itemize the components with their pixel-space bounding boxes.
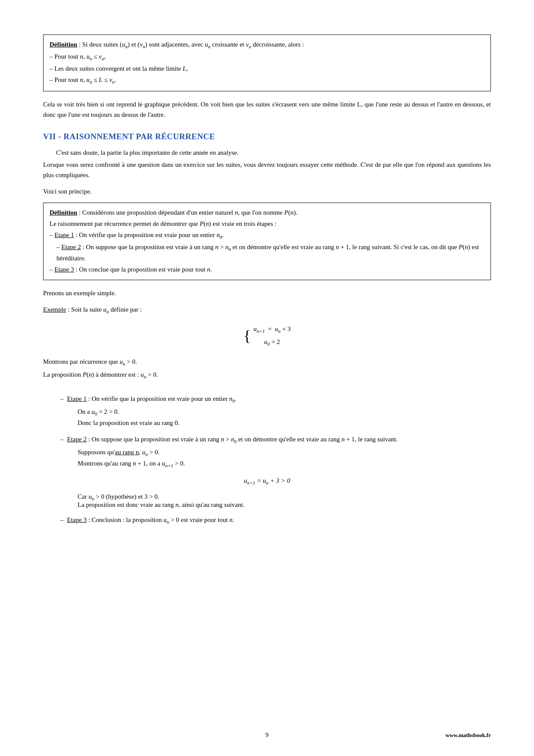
brace-left-symbol: { (244, 328, 251, 344)
step2-sub2: Montrons qu'au rang n + 1, on a un+1 > 0… (78, 458, 491, 469)
section7-title: VII - Raisonnement par récurrence (43, 132, 491, 141)
definition1-label: Définition (50, 41, 77, 48)
definition1-intro: Définition : Si deux suites (un) et (vn)… (50, 39, 484, 50)
prenons-paragraph: Prenons un exemple simple. (43, 288, 491, 298)
step1-sub2: Donc la proposition est vraie au rang 0. (78, 418, 491, 428)
step1-block: – Etape 1 : On vérifie que la propositio… (60, 394, 491, 428)
exemple-label: Exemple (43, 306, 66, 313)
page-footer: 9 www.mathsbook.fr (0, 732, 534, 739)
page: Définition : Si deux suites (un) et (vn)… (0, 0, 534, 756)
page-number: 9 (192, 732, 341, 739)
exemple-paragraph: Exemple : Soit la suite un définie par : (43, 304, 491, 316)
definition2-intro: Définition : Considérons une proposition… (50, 207, 484, 218)
brace-line-1: un+1 = un + 3 (253, 323, 290, 335)
step3-item: – Etape 3 : Conclusion : la proposition … (60, 515, 491, 526)
step2-item: – Etape 2 : On suppose que la propositio… (60, 434, 491, 445)
definition2-label: Définition (50, 209, 77, 216)
definition1-bullet3: – Pour tout n, un ≤ L ≤ vn. (50, 75, 484, 86)
step2-conclusion2: La proposition est donc vraie au rang n,… (78, 501, 491, 509)
step2-sub: Supposons qu'au rang n, un > 0. Montrons… (78, 447, 491, 469)
step2-dash: – (60, 434, 64, 445)
step1-sub1: On a u0 = 2 > 0. (78, 406, 491, 418)
step3-label: Etape 3 (67, 516, 87, 523)
math-formula: un+1 = un + 3 > 0 (244, 477, 290, 484)
brace-system: { un+1 = un + 3 u0 = 2 (244, 323, 291, 349)
step1-item: – Etape 1 : On vérifie que la propositio… (60, 394, 491, 405)
math-system-display: { un+1 = un + 3 u0 = 2 (43, 323, 491, 349)
step2-content: Etape 2 : On suppose que la proposition … (67, 434, 491, 445)
section7-para2: Lorsque vous serez confronté à une quest… (43, 159, 491, 180)
definition1-bullet1: – Pour tout n, un ≤ vn, (50, 51, 484, 62)
footer-right: www.mathsbook.fr (342, 732, 491, 739)
math-inline-display: un+1 = un + 3 > 0 (43, 477, 491, 485)
definition2-step3: – Etape 3 : On conclue que la propositio… (50, 264, 484, 275)
footer-left (43, 732, 192, 739)
step3-content: Etape 3 : Conclusion : la proposition un… (67, 515, 491, 526)
step2-sub1: Supposons qu'au rang n, un > 0. (78, 447, 491, 458)
step1-content: Etape 1 : On vérifie que la proposition … (67, 394, 491, 405)
definition-box-2: Définition : Considérons une proposition… (43, 203, 491, 280)
step2-conclusion1: Car un > 0 (hypothèse) et 3 > 0. (78, 493, 491, 501)
section7-para3: Voici son principe. (43, 186, 491, 197)
montrons-paragraph: Montrons par récurrence que un > 0. (43, 356, 491, 368)
step2-block: – Etape 2 : On suppose que la propositio… (60, 434, 491, 469)
website-label: www.mathsbook.fr (446, 732, 491, 738)
proposition-paragraph: La proposition P(n) à démontrer est : un… (43, 369, 491, 381)
section7-para1: C'est sans doute, la partie la plus impo… (43, 147, 491, 158)
step3-dash: – (60, 515, 64, 526)
step2-conclusions: Car un > 0 (hypothèse) et 3 > 0. La prop… (78, 493, 491, 509)
paragraph-after-def1: Cela se voit très bien si ont reprend le… (43, 99, 491, 120)
definition-box-1: Définition : Si deux suites (un) et (vn)… (43, 34, 491, 91)
definition1-bullet2: – Les deux suites convergent et ont la m… (50, 63, 484, 74)
step1-dash: – (60, 394, 64, 405)
brace-lines: un+1 = un + 3 u0 = 2 (253, 323, 290, 349)
step2-label: Etape 2 (67, 436, 87, 443)
definition2-step1: – Etape 1 : On vérifie que la propositio… (50, 230, 484, 241)
definition2-line2: Le raisonnement par récurrence permet de… (50, 219, 484, 229)
brace-line-2: u0 = 2 (253, 336, 290, 348)
step1-sub: On a u0 = 2 > 0. Donc la proposition est… (78, 406, 491, 428)
step3-block: – Etape 3 : Conclusion : la proposition … (60, 515, 491, 526)
definition2-step2: – Etape 2 : On suppose que la propositio… (50, 242, 484, 263)
step1-label: Etape 1 (67, 395, 87, 402)
